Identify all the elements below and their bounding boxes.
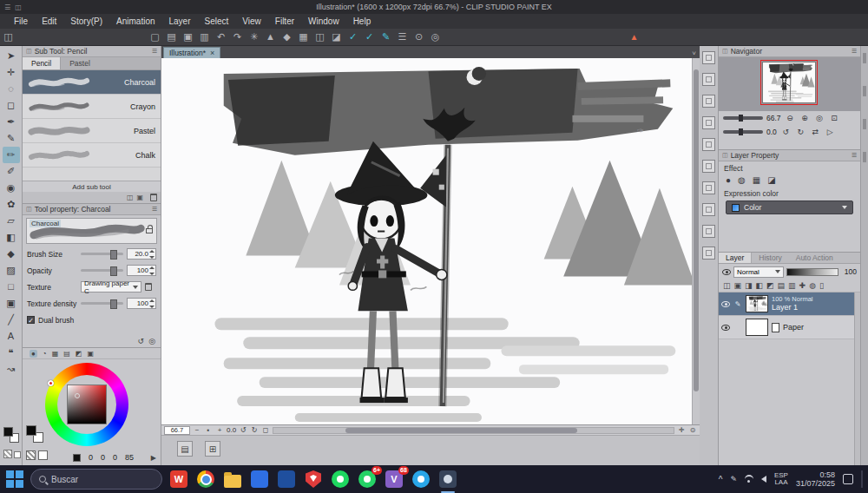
horizontal-scrollbar[interactable] bbox=[273, 427, 674, 434]
material-tab-icon[interactable] bbox=[702, 160, 715, 173]
blend-mode-dropdown[interactable]: Normal bbox=[733, 266, 784, 278]
saturation-value-square[interactable] bbox=[67, 385, 107, 424]
zoom-find-icon[interactable]: ⊙ bbox=[688, 426, 697, 434]
brush-preview[interactable]: Charcoal bbox=[26, 218, 157, 244]
brush-size-value[interactable]: 20.0 bbox=[127, 248, 156, 260]
vertical-scrollbar[interactable] bbox=[692, 58, 700, 424]
undo-icon[interactable]: ↶ bbox=[213, 29, 229, 45]
zoom-out-icon[interactable]: − bbox=[193, 426, 201, 434]
menu-file[interactable]: File bbox=[7, 14, 35, 29]
pen-tool-icon[interactable]: ✎ bbox=[3, 130, 20, 147]
tab-auto-action[interactable]: Auto Action bbox=[789, 253, 840, 263]
subtool-item-crayon[interactable]: Crayon bbox=[23, 95, 161, 119]
opacity-value[interactable]: 100 bbox=[127, 265, 156, 276]
hand-scroll-icon[interactable]: ✛ bbox=[677, 426, 686, 434]
lock-transparent-icon[interactable]: ✚ bbox=[799, 281, 806, 290]
new-folder-icon[interactable]: ◨ bbox=[745, 281, 753, 290]
search-light-icon[interactable]: ⊙ bbox=[411, 29, 427, 45]
taskbar-app-blue[interactable] bbox=[249, 469, 270, 490]
nav-zoom-reset-icon[interactable]: ◎ bbox=[814, 113, 825, 124]
material-tab-icon[interactable] bbox=[702, 138, 715, 151]
subtool-item-chalk[interactable]: Chalk bbox=[23, 143, 161, 168]
subtool-item-charcoal[interactable]: Charcoal bbox=[23, 70, 161, 95]
rotate-left-icon[interactable]: ↺ bbox=[239, 426, 247, 434]
operation-tool-icon[interactable]: ➤ bbox=[3, 48, 20, 64]
dual-brush-checkbox[interactable]: ✓ bbox=[27, 316, 35, 324]
subtool-item-pastel[interactable]: Pastel bbox=[23, 119, 161, 143]
paper-thumbnail[interactable] bbox=[746, 319, 768, 336]
taskbar-app-mail[interactable] bbox=[276, 469, 297, 490]
nav-rotate-left-icon[interactable]: ↺ bbox=[780, 127, 792, 138]
rotation-value[interactable]: 0.0 bbox=[227, 426, 236, 434]
material-tab-icon[interactable] bbox=[702, 246, 715, 260]
menu-view[interactable]: View bbox=[235, 14, 268, 29]
layer-visibility-icon[interactable] bbox=[721, 301, 730, 307]
menu-animation[interactable]: Animation bbox=[109, 14, 161, 29]
menu-layer[interactable]: Layer bbox=[162, 14, 198, 29]
layer-name[interactable]: Paper bbox=[783, 323, 804, 332]
nav-flip-h-icon[interactable]: ⇄ bbox=[810, 127, 821, 138]
material-tab-icon[interactable] bbox=[702, 116, 715, 129]
gradient-tool-icon[interactable]: ▨ bbox=[3, 262, 20, 279]
brush-tool-icon[interactable]: ✐ bbox=[3, 163, 20, 180]
canvas-viewport[interactable]: ✑ bbox=[161, 58, 700, 425]
tab-layer[interactable]: Layer bbox=[719, 253, 752, 263]
ruler-menu-icon[interactable]: ☰ bbox=[394, 29, 411, 45]
eraser-tool-icon[interactable]: ▱ bbox=[3, 213, 20, 229]
navigator-preview-area[interactable] bbox=[719, 57, 860, 111]
fit-screen-icon[interactable]: ◻ bbox=[261, 426, 270, 434]
opacity-gradient-bar[interactable] bbox=[786, 268, 838, 276]
horizontal-scrollbar-thumb[interactable] bbox=[345, 428, 577, 433]
frame-tool-icon[interactable]: ▣ bbox=[3, 295, 20, 312]
decoration-tool-icon[interactable]: ✿ bbox=[3, 196, 20, 213]
grid-icon[interactable]: ▦ bbox=[295, 29, 312, 45]
grid-toggle-icon[interactable]: ⊞ bbox=[205, 441, 220, 457]
expression-color-dropdown[interactable]: Color bbox=[726, 200, 853, 214]
app-menu-icon[interactable]: ☰ bbox=[4, 3, 10, 11]
reset-settings-icon[interactable]: ↺ bbox=[138, 337, 145, 345]
delete-subtool-icon[interactable] bbox=[150, 194, 157, 201]
lock-icon[interactable] bbox=[146, 228, 153, 233]
show-desktop-button[interactable] bbox=[861, 470, 863, 488]
color-slider-tab-icon[interactable]: ▣ bbox=[87, 350, 94, 358]
taskbar-app-wps[interactable]: W bbox=[168, 469, 189, 490]
dock-tab-icon[interactable] bbox=[863, 119, 866, 129]
fg-bg-color-chips[interactable] bbox=[3, 427, 19, 443]
texture-dropdown[interactable]: Drawing paper C bbox=[81, 281, 141, 293]
taskbar-app-antivirus[interactable] bbox=[303, 469, 324, 490]
zoom-in-icon[interactable]: + bbox=[215, 426, 224, 434]
nav-reset-rotate-icon[interactable]: ▷ bbox=[825, 127, 836, 138]
material-tab-icon[interactable] bbox=[702, 73, 715, 86]
taskbar-app-chrome[interactable] bbox=[195, 469, 216, 490]
dock-tab-icon[interactable] bbox=[863, 86, 866, 96]
text-tool-icon[interactable]: A bbox=[3, 328, 20, 345]
navigator-zoom-slider[interactable] bbox=[723, 116, 763, 120]
taskbar-app-whatsapp[interactable]: 6+ bbox=[357, 469, 378, 490]
sv-marker[interactable] bbox=[75, 393, 80, 398]
navigator-rotation-value[interactable]: 0.0 bbox=[766, 128, 777, 136]
color-mixer-tab-icon[interactable]: ▤ bbox=[63, 350, 70, 358]
close-tab-icon[interactable]: × bbox=[210, 49, 214, 57]
snap-grid-icon[interactable]: ✎ bbox=[378, 29, 394, 45]
tray-pen-icon[interactable]: ✎ bbox=[730, 475, 737, 483]
lock-layer-icon[interactable]: ▥ bbox=[788, 281, 796, 290]
navigator-view-rect[interactable] bbox=[760, 60, 818, 105]
hue-marker[interactable] bbox=[48, 380, 54, 386]
snap-special-icon[interactable]: ✓ bbox=[361, 29, 378, 45]
opacity-slider[interactable] bbox=[81, 269, 123, 272]
panel-menu-icon[interactable]: ☰ bbox=[852, 152, 857, 159]
navigator-zoom-value[interactable]: 66.7 bbox=[766, 114, 781, 122]
blend-tool-icon[interactable]: ◧ bbox=[3, 229, 20, 246]
new-file-icon[interactable]: ▢ bbox=[147, 29, 163, 45]
taskbar-search[interactable]: Buscar bbox=[30, 469, 162, 490]
layer-visibility-icon[interactable] bbox=[721, 325, 730, 331]
tone-effect-icon[interactable]: ◍ bbox=[738, 175, 746, 185]
hue-ring[interactable] bbox=[45, 363, 128, 446]
menu-story[interactable]: Story(P) bbox=[63, 14, 109, 29]
correct-line-tool-icon[interactable]: ↝ bbox=[3, 361, 20, 378]
transparent-color-chip[interactable] bbox=[3, 450, 12, 458]
tray-expand-icon[interactable]: ^ bbox=[719, 475, 723, 484]
clip-to-layer-icon[interactable]: ▤ bbox=[778, 281, 786, 290]
timeline-toggle-icon[interactable]: ▤ bbox=[177, 441, 193, 457]
sub-color-chip[interactable] bbox=[14, 451, 21, 458]
